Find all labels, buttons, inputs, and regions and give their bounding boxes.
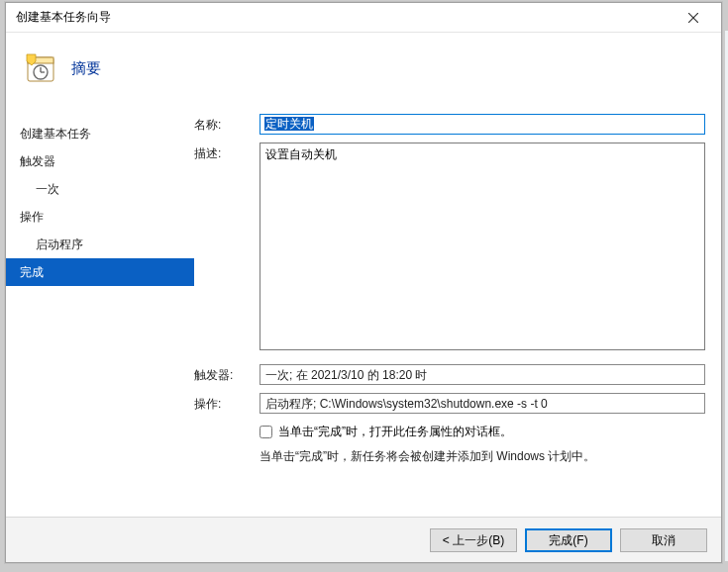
footer-hint: 当单击“完成”时，新任务将会被创建并添加到 Windows 计划中。 xyxy=(260,446,705,465)
finish-button[interactable]: 完成(F) xyxy=(525,528,612,552)
description-label: 描述: xyxy=(194,143,260,350)
close-icon xyxy=(688,13,698,23)
titlebar: 创建基本任务向导 xyxy=(6,3,721,33)
description-textarea[interactable]: 设置自动关机 xyxy=(260,143,705,350)
close-button[interactable] xyxy=(674,4,713,32)
summary-icon xyxy=(24,51,57,85)
wizard-footer: < 上一步(B) 完成(F) 取消 xyxy=(6,517,721,562)
cancel-button[interactable]: 取消 xyxy=(620,528,707,552)
wizard-header: 摘要 xyxy=(6,33,721,104)
wizard-step-2[interactable]: 一次 xyxy=(6,175,194,203)
window-title: 创建基本任务向导 xyxy=(16,9,111,26)
trigger-value[interactable]: 一次; 在 2021/3/10 的 18:20 时 xyxy=(260,364,705,385)
wizard-steps-sidebar: 创建基本任务触发器一次操作启动程序完成 xyxy=(6,114,194,517)
summary-form: 名称: 定时关机 描述: 设置自动关机 触发器: 一次; 在 2021/3/10… xyxy=(194,114,705,517)
open-properties-label: 当单击“完成”时，打开此任务属性的对话框。 xyxy=(278,424,512,440)
wizard-step-0[interactable]: 创建基本任务 xyxy=(6,120,194,147)
name-input[interactable]: 定时关机 xyxy=(260,114,705,135)
trigger-label: 触发器: xyxy=(194,364,260,385)
action-value[interactable]: 启动程序; C:\Windows\system32\shutdown.exe -… xyxy=(260,393,705,414)
wizard-step-3[interactable]: 操作 xyxy=(6,203,194,231)
back-button[interactable]: < 上一步(B) xyxy=(430,528,517,552)
wizard-step-1[interactable]: 触发器 xyxy=(6,147,194,175)
name-label: 名称: xyxy=(194,114,260,135)
open-properties-checkbox[interactable] xyxy=(260,426,272,438)
page-heading: 摘要 xyxy=(71,59,101,78)
wizard-window: 创建基本任务向导 摘要 创建基本任务触发器一次操作启动程序完成 名称: xyxy=(5,2,722,563)
wizard-step-5[interactable]: 完成 xyxy=(6,258,194,286)
action-label: 操作: xyxy=(194,393,260,414)
wizard-step-4[interactable]: 启动程序 xyxy=(6,231,194,258)
